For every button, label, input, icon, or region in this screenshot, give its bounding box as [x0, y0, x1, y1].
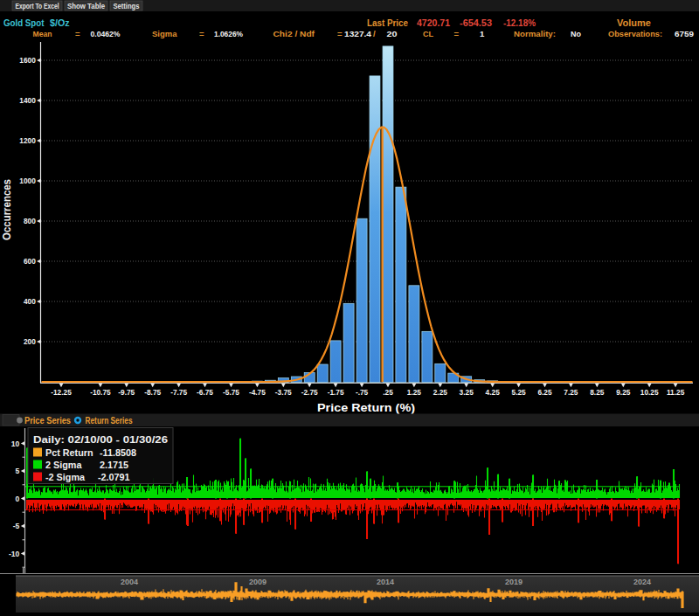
- svg-text:=: =: [454, 29, 460, 38]
- svg-text:10: 10: [11, 440, 20, 448]
- svg-text:1600: 1600: [19, 56, 36, 65]
- svg-text:1.0626%: 1.0626%: [214, 29, 243, 38]
- svg-text:-6.75: -6.75: [197, 388, 213, 397]
- svg-text:9.25: 9.25: [616, 388, 631, 397]
- svg-text:=: =: [199, 29, 204, 38]
- svg-text:$/Oz: $/Oz: [50, 18, 70, 28]
- svg-text:Occurrences: Occurrences: [1, 179, 13, 240]
- svg-text:-8.75: -8.75: [144, 388, 161, 397]
- svg-text:200: 200: [24, 337, 36, 346]
- svg-text:1: 1: [480, 29, 485, 38]
- svg-text:6759: 6759: [675, 29, 694, 38]
- svg-text:7.25: 7.25: [564, 388, 578, 397]
- svg-text:CL: CL: [423, 29, 433, 38]
- svg-text:6.25: 6.25: [537, 388, 552, 397]
- svg-text:-7.75: -7.75: [170, 388, 187, 397]
- svg-text:Mean: Mean: [33, 29, 52, 38]
- svg-text:-1.75: -1.75: [328, 388, 344, 397]
- svg-text:-2 Sigma: -2 Sigma: [45, 472, 86, 482]
- svg-text:-2.75: -2.75: [301, 388, 318, 397]
- svg-text:Normality:: Normality:: [514, 29, 556, 38]
- svg-text:-2.0791: -2.0791: [98, 472, 130, 482]
- svg-text:Sigma: Sigma: [152, 29, 177, 38]
- svg-text:2024: 2024: [633, 578, 651, 586]
- svg-text:1.25: 1.25: [407, 388, 422, 397]
- svg-text:400: 400: [24, 297, 36, 306]
- svg-text:Return Series: Return Series: [86, 416, 133, 426]
- svg-text:-10: -10: [9, 550, 20, 558]
- svg-text:4.25: 4.25: [486, 388, 501, 397]
- svg-text:Show Table: Show Table: [67, 2, 105, 10]
- svg-text:600: 600: [24, 257, 36, 266]
- svg-text:0: 0: [16, 495, 20, 503]
- svg-text:Price Series: Price Series: [24, 416, 71, 426]
- svg-text:5.25: 5.25: [512, 388, 527, 397]
- svg-text:-5: -5: [13, 522, 20, 530]
- svg-text:Settings: Settings: [114, 2, 140, 10]
- svg-text:Price Return (%): Price Return (%): [317, 402, 415, 414]
- svg-text:1200: 1200: [19, 136, 36, 145]
- svg-text:No: No: [571, 29, 581, 38]
- svg-text:-5.75: -5.75: [223, 388, 239, 397]
- svg-text:=: =: [75, 29, 80, 38]
- svg-text:-654.53: -654.53: [460, 18, 492, 28]
- svg-text:-12.25: -12.25: [51, 388, 72, 397]
- svg-text:2.1715: 2.1715: [100, 460, 128, 470]
- svg-text:800: 800: [24, 217, 36, 225]
- svg-text:8.25: 8.25: [590, 388, 605, 397]
- svg-text:Daily: 02/10/00 - 01/30/26: Daily: 02/10/00 - 01/30/26: [33, 434, 168, 445]
- svg-text:2004: 2004: [121, 578, 138, 586]
- svg-text:20: 20: [387, 29, 398, 38]
- svg-text:-3.75: -3.75: [275, 388, 292, 397]
- svg-text:3.25: 3.25: [460, 388, 474, 397]
- svg-text:Export To Excel: Export To Excel: [16, 2, 59, 10]
- svg-text:.25: .25: [383, 388, 393, 397]
- svg-text:1400: 1400: [19, 96, 36, 105]
- svg-text:2 Sigma: 2 Sigma: [45, 460, 82, 470]
- svg-text:5: 5: [16, 467, 20, 475]
- svg-text:-4.75: -4.75: [249, 388, 266, 397]
- svg-text:10.25: 10.25: [640, 388, 659, 397]
- svg-text:2014: 2014: [377, 578, 394, 586]
- svg-text:2.25: 2.25: [433, 388, 448, 397]
- svg-text:Pct Return: Pct Return: [45, 447, 93, 458]
- svg-text:-10.75: -10.75: [90, 388, 111, 397]
- svg-text:0.0462%: 0.0462%: [91, 29, 121, 38]
- svg-text:1327.4: 1327.4: [344, 29, 372, 38]
- svg-text:11.25: 11.25: [667, 388, 685, 397]
- svg-text:Volume: Volume: [617, 18, 651, 28]
- svg-text:-12.18%: -12.18%: [503, 18, 536, 28]
- svg-text:4720.71: 4720.71: [417, 18, 450, 28]
- svg-text:/: /: [373, 29, 376, 38]
- svg-text:1000: 1000: [19, 176, 36, 185]
- svg-text:Last Price: Last Price: [367, 18, 408, 28]
- svg-text:-11.8508: -11.8508: [100, 447, 136, 458]
- svg-text:Observations:: Observations:: [608, 29, 662, 38]
- svg-text:-.75: -.75: [356, 388, 369, 397]
- svg-text:2019: 2019: [505, 578, 523, 586]
- svg-text:Gold Spot: Gold Spot: [3, 18, 45, 28]
- svg-text:-9.75: -9.75: [118, 388, 135, 397]
- svg-text:Chi2 / Ndf: Chi2 / Ndf: [273, 29, 315, 38]
- svg-text:=: =: [337, 29, 343, 38]
- svg-text:2009: 2009: [249, 578, 266, 586]
